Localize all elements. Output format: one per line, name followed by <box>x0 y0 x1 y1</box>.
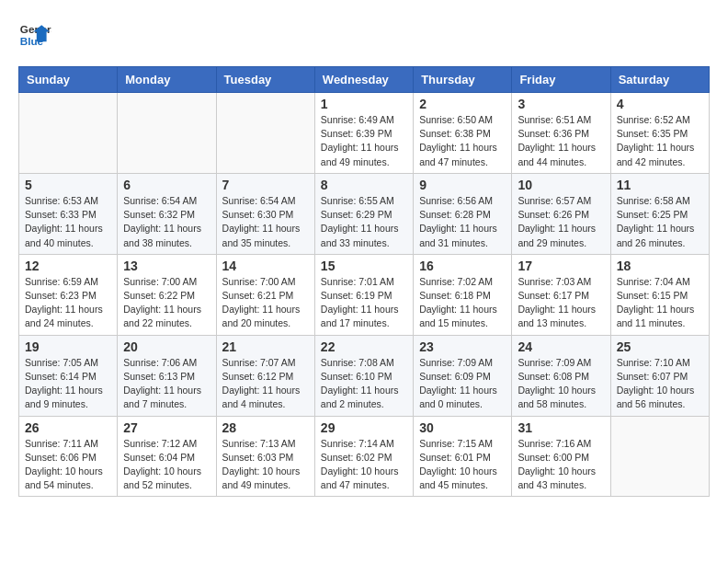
day-info: Sunrise: 7:13 AM Sunset: 6:03 PM Dayligh… <box>222 437 309 493</box>
calendar-cell <box>118 93 216 174</box>
calendar-table: SundayMondayTuesdayWednesdayThursdayFrid… <box>18 66 710 497</box>
day-info: Sunrise: 6:53 AM Sunset: 6:33 PM Dayligh… <box>25 194 111 250</box>
day-number: 28 <box>222 420 309 435</box>
calendar-cell: 19Sunrise: 7:05 AM Sunset: 6:14 PM Dayli… <box>19 335 118 416</box>
calendar-cell: 14Sunrise: 7:00 AM Sunset: 6:21 PM Dayli… <box>216 254 314 335</box>
calendar-cell: 1Sunrise: 6:49 AM Sunset: 6:39 PM Daylig… <box>314 93 413 174</box>
calendar-cell: 22Sunrise: 7:08 AM Sunset: 6:10 PM Dayli… <box>314 335 413 416</box>
day-number: 3 <box>518 97 604 111</box>
weekday-header: Friday <box>512 67 610 93</box>
day-number: 13 <box>123 259 210 273</box>
calendar-cell: 3Sunrise: 6:51 AM Sunset: 6:36 PM Daylig… <box>512 93 610 174</box>
calendar-cell: 4Sunrise: 6:52 AM Sunset: 6:35 PM Daylig… <box>610 93 709 174</box>
day-info: Sunrise: 6:57 AM Sunset: 6:26 PM Dayligh… <box>518 194 604 250</box>
calendar-cell: 16Sunrise: 7:02 AM Sunset: 6:18 PM Dayli… <box>414 254 512 335</box>
page-header: General Blue <box>18 18 710 52</box>
day-number: 12 <box>25 259 111 273</box>
day-info: Sunrise: 7:12 AM Sunset: 6:04 PM Dayligh… <box>123 437 210 493</box>
day-number: 7 <box>222 178 309 192</box>
day-number: 22 <box>321 339 407 354</box>
calendar-cell: 6Sunrise: 6:54 AM Sunset: 6:32 PM Daylig… <box>118 173 216 254</box>
day-info: Sunrise: 6:58 AM Sunset: 6:25 PM Dayligh… <box>617 194 703 250</box>
weekday-header: Monday <box>118 67 216 93</box>
calendar-cell: 23Sunrise: 7:09 AM Sunset: 6:09 PM Dayli… <box>414 335 512 416</box>
calendar-cell: 26Sunrise: 7:11 AM Sunset: 6:06 PM Dayli… <box>19 416 118 497</box>
calendar-header-row: SundayMondayTuesdayWednesdayThursdayFrid… <box>19 67 710 93</box>
day-number: 17 <box>518 259 604 273</box>
day-number: 16 <box>419 259 506 273</box>
day-info: Sunrise: 6:50 AM Sunset: 6:38 PM Dayligh… <box>419 113 506 169</box>
day-number: 5 <box>25 178 111 192</box>
day-info: Sunrise: 7:03 AM Sunset: 6:17 PM Dayligh… <box>518 275 604 331</box>
logo-icon: General Blue <box>18 18 51 52</box>
calendar-cell: 10Sunrise: 6:57 AM Sunset: 6:26 PM Dayli… <box>512 173 610 254</box>
day-info: Sunrise: 7:05 AM Sunset: 6:14 PM Dayligh… <box>25 356 111 412</box>
calendar-cell: 7Sunrise: 6:54 AM Sunset: 6:30 PM Daylig… <box>216 173 314 254</box>
day-number: 1 <box>321 97 407 111</box>
day-number: 29 <box>321 420 407 435</box>
svg-text:General: General <box>20 23 51 35</box>
calendar-cell: 25Sunrise: 7:10 AM Sunset: 6:07 PM Dayli… <box>610 335 709 416</box>
calendar-cell <box>216 93 314 174</box>
day-info: Sunrise: 7:11 AM Sunset: 6:06 PM Dayligh… <box>25 437 111 493</box>
calendar-week-row: 19Sunrise: 7:05 AM Sunset: 6:14 PM Dayli… <box>19 335 710 416</box>
calendar-week-row: 1Sunrise: 6:49 AM Sunset: 6:39 PM Daylig… <box>19 93 710 174</box>
calendar-week-row: 12Sunrise: 6:59 AM Sunset: 6:23 PM Dayli… <box>19 254 710 335</box>
day-info: Sunrise: 7:08 AM Sunset: 6:10 PM Dayligh… <box>321 356 407 412</box>
day-info: Sunrise: 7:00 AM Sunset: 6:22 PM Dayligh… <box>123 275 210 331</box>
weekday-header: Tuesday <box>216 67 314 93</box>
calendar-cell: 30Sunrise: 7:15 AM Sunset: 6:01 PM Dayli… <box>414 416 512 497</box>
calendar-cell: 8Sunrise: 6:55 AM Sunset: 6:29 PM Daylig… <box>314 173 413 254</box>
calendar-cell <box>19 93 118 174</box>
calendar-cell: 9Sunrise: 6:56 AM Sunset: 6:28 PM Daylig… <box>414 173 512 254</box>
day-number: 8 <box>321 178 407 192</box>
day-info: Sunrise: 7:07 AM Sunset: 6:12 PM Dayligh… <box>222 356 309 412</box>
calendar-cell: 27Sunrise: 7:12 AM Sunset: 6:04 PM Dayli… <box>118 416 216 497</box>
calendar-cell: 11Sunrise: 6:58 AM Sunset: 6:25 PM Dayli… <box>610 173 709 254</box>
calendar-week-row: 5Sunrise: 6:53 AM Sunset: 6:33 PM Daylig… <box>19 173 710 254</box>
day-number: 2 <box>419 97 506 111</box>
day-info: Sunrise: 7:15 AM Sunset: 6:01 PM Dayligh… <box>419 437 506 493</box>
weekday-header: Wednesday <box>314 67 413 93</box>
day-number: 21 <box>222 339 309 354</box>
day-info: Sunrise: 6:49 AM Sunset: 6:39 PM Dayligh… <box>321 113 407 169</box>
calendar-cell: 20Sunrise: 7:06 AM Sunset: 6:13 PM Dayli… <box>118 335 216 416</box>
day-number: 19 <box>25 339 111 354</box>
day-info: Sunrise: 7:09 AM Sunset: 6:09 PM Dayligh… <box>419 356 506 412</box>
calendar-body: 1Sunrise: 6:49 AM Sunset: 6:39 PM Daylig… <box>19 93 710 497</box>
calendar-week-row: 26Sunrise: 7:11 AM Sunset: 6:06 PM Dayli… <box>19 416 710 497</box>
day-info: Sunrise: 6:54 AM Sunset: 6:32 PM Dayligh… <box>123 194 210 250</box>
day-number: 23 <box>419 339 506 354</box>
day-number: 15 <box>321 259 407 273</box>
day-number: 24 <box>518 339 604 354</box>
day-number: 6 <box>123 178 210 192</box>
day-number: 27 <box>123 420 210 435</box>
day-number: 31 <box>518 420 604 435</box>
day-info: Sunrise: 7:10 AM Sunset: 6:07 PM Dayligh… <box>617 356 703 412</box>
day-info: Sunrise: 6:55 AM Sunset: 6:29 PM Dayligh… <box>321 194 407 250</box>
day-number: 26 <box>25 420 111 435</box>
day-number: 18 <box>617 259 703 273</box>
day-info: Sunrise: 6:52 AM Sunset: 6:35 PM Dayligh… <box>617 113 703 169</box>
day-number: 11 <box>617 178 703 192</box>
calendar-cell: 13Sunrise: 7:00 AM Sunset: 6:22 PM Dayli… <box>118 254 216 335</box>
calendar-cell: 29Sunrise: 7:14 AM Sunset: 6:02 PM Dayli… <box>314 416 413 497</box>
day-info: Sunrise: 7:01 AM Sunset: 6:19 PM Dayligh… <box>321 275 407 331</box>
weekday-header: Saturday <box>610 67 709 93</box>
day-number: 20 <box>123 339 210 354</box>
calendar-cell: 15Sunrise: 7:01 AM Sunset: 6:19 PM Dayli… <box>314 254 413 335</box>
day-number: 9 <box>419 178 506 192</box>
day-info: Sunrise: 6:54 AM Sunset: 6:30 PM Dayligh… <box>222 194 309 250</box>
day-info: Sunrise: 7:00 AM Sunset: 6:21 PM Dayligh… <box>222 275 309 331</box>
calendar-cell: 18Sunrise: 7:04 AM Sunset: 6:15 PM Dayli… <box>610 254 709 335</box>
day-number: 30 <box>419 420 506 435</box>
day-info: Sunrise: 6:56 AM Sunset: 6:28 PM Dayligh… <box>419 194 506 250</box>
calendar-cell: 2Sunrise: 6:50 AM Sunset: 6:38 PM Daylig… <box>414 93 512 174</box>
calendar-cell <box>610 416 709 497</box>
day-info: Sunrise: 6:51 AM Sunset: 6:36 PM Dayligh… <box>518 113 604 169</box>
calendar-cell: 21Sunrise: 7:07 AM Sunset: 6:12 PM Dayli… <box>216 335 314 416</box>
day-info: Sunrise: 7:09 AM Sunset: 6:08 PM Dayligh… <box>518 356 604 412</box>
weekday-header: Thursday <box>414 67 512 93</box>
day-number: 14 <box>222 259 309 273</box>
day-info: Sunrise: 7:04 AM Sunset: 6:15 PM Dayligh… <box>617 275 703 331</box>
